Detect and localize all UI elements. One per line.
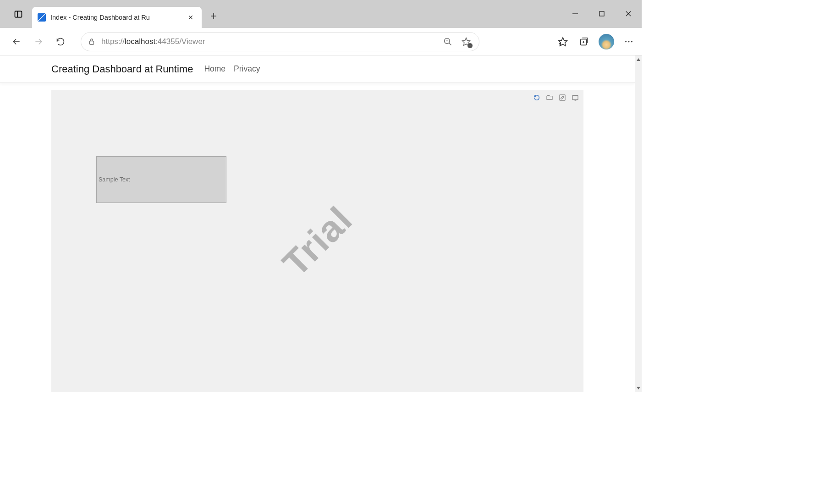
url-host: localhost — [125, 37, 155, 46]
page-nav: Home Privacy — [204, 64, 260, 74]
dashboard-toolbar — [532, 93, 580, 102]
trial-watermark: Trial — [274, 198, 360, 285]
settings-more-icon[interactable] — [622, 35, 635, 48]
new-tab-button[interactable] — [204, 7, 223, 25]
svg-rect-12 — [90, 41, 94, 44]
dashboard-edit-icon[interactable] — [558, 93, 567, 102]
browser-toolbar: https://localhost:44355/Viewer + — [0, 28, 642, 55]
nav-forward-button[interactable] — [28, 32, 49, 52]
dashboard-text-widget[interactable]: Sample Text — [96, 156, 226, 203]
scroll-down-icon[interactable] — [635, 384, 642, 392]
dashboard-open-icon[interactable] — [545, 93, 554, 102]
browser-tab-active[interactable]: Index - Creating Dashboard at Ru — [32, 7, 202, 28]
address-bar[interactable]: https://localhost:44355/Viewer + — [81, 32, 479, 51]
nav-refresh-button[interactable] — [50, 32, 71, 52]
svg-rect-26 — [560, 95, 565, 100]
profile-avatar[interactable] — [599, 34, 614, 49]
dashboard-refresh-icon[interactable] — [532, 93, 541, 102]
page-content: Creating Dashboard at Runtime Home Priva… — [0, 55, 635, 392]
dashboard-fullscreen-icon[interactable] — [571, 93, 580, 102]
browser-titlebar: Index - Creating Dashboard at Ru — [0, 0, 642, 28]
url-text: https://localhost:44355/Viewer — [101, 37, 436, 46]
tab-close-button[interactable] — [185, 12, 196, 23]
nav-link-privacy[interactable]: Privacy — [234, 64, 260, 74]
window-maximize-button[interactable] — [588, 3, 615, 24]
svg-marker-30 — [637, 58, 640, 61]
site-info-icon[interactable] — [88, 38, 96, 46]
svg-rect-7 — [600, 11, 604, 16]
tab-title: Index - Creating Dashboard at Ru — [50, 14, 181, 21]
svg-point-24 — [628, 41, 630, 42]
svg-rect-27 — [572, 95, 578, 99]
page-title: Creating Dashboard at Runtime — [51, 63, 193, 75]
url-scheme: https:// — [101, 37, 125, 46]
scroll-up-icon[interactable] — [635, 55, 642, 63]
dashboard-viewer: Sample Text Trial — [51, 90, 583, 392]
collections-icon[interactable] — [578, 35, 590, 48]
svg-marker-17 — [559, 37, 567, 45]
widget-text: Sample Text — [99, 176, 130, 183]
tab-actions-icon[interactable] — [8, 4, 28, 24]
nav-back-button[interactable] — [6, 32, 27, 52]
svg-line-14 — [449, 43, 451, 45]
nav-link-home[interactable]: Home — [204, 64, 226, 74]
zoom-out-icon[interactable] — [441, 35, 454, 48]
plus-badge-icon: + — [468, 43, 473, 48]
vertical-scrollbar[interactable] — [635, 55, 642, 392]
favorites-icon[interactable] — [556, 35, 569, 48]
toolbar-right — [556, 34, 635, 49]
page-header: Creating Dashboard at Runtime Home Priva… — [0, 55, 635, 83]
svg-rect-0 — [15, 11, 22, 17]
favicon-icon — [38, 13, 46, 22]
url-path: :44355/Viewer — [155, 37, 205, 46]
window-minimize-button[interactable] — [562, 3, 588, 24]
svg-point-23 — [625, 41, 627, 42]
window-controls — [562, 3, 642, 24]
svg-point-25 — [631, 41, 632, 42]
svg-marker-31 — [637, 387, 640, 389]
window-close-button[interactable] — [615, 3, 642, 24]
add-favorite-icon[interactable]: + — [460, 35, 473, 48]
